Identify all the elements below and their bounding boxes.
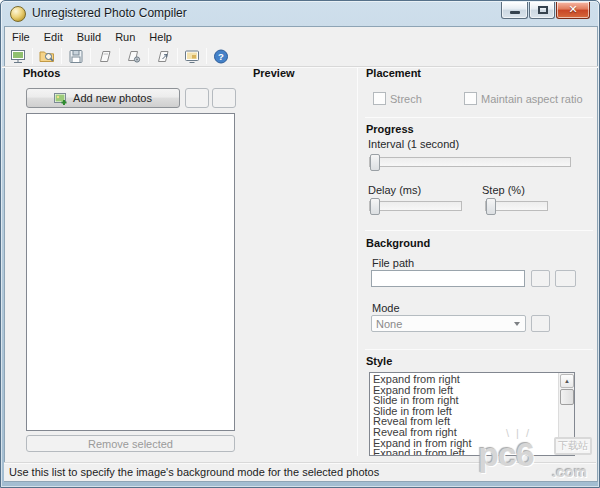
move-up-button[interactable] (185, 88, 209, 108)
toolbar-separator (148, 48, 149, 64)
add-photo-icon (54, 92, 68, 105)
section-divider (365, 230, 593, 231)
style-items: Expand from right Expand from left Slide… (370, 374, 557, 455)
toolbar-divider (2, 66, 598, 68)
open-project-icon[interactable] (35, 46, 59, 66)
delay-slider-thumb[interactable] (370, 198, 380, 215)
style-header: Style (366, 355, 392, 367)
toolbar-separator (206, 48, 207, 64)
clear-path-button[interactable] (555, 270, 576, 287)
background-header: Background (366, 237, 430, 249)
photos-listbox[interactable] (26, 113, 235, 431)
close-icon: ✕ (557, 3, 589, 16)
menu-edit[interactable]: Edit (37, 29, 70, 45)
window-title: Unregistered Photo Compiler (32, 6, 187, 20)
scrollbar-thumb[interactable] (560, 389, 574, 405)
scroll-down-icon[interactable]: ▼ (560, 440, 574, 454)
mode-dropdown[interactable]: None (371, 315, 526, 332)
aspect-ratio-checkbox[interactable] (464, 92, 477, 105)
maximize-button[interactable] (529, 2, 555, 19)
panel-divider (357, 67, 358, 456)
toolbar-separator (177, 48, 178, 64)
mode-label: Mode (372, 302, 400, 314)
list-item[interactable]: Reveal from right (370, 427, 557, 438)
status-text: Use this list to specify the image's bac… (4, 466, 379, 478)
file-path-label: File path (372, 257, 414, 269)
toolbar-separator (32, 48, 33, 64)
delay-label: Delay (ms) (368, 184, 421, 196)
add-photos-button[interactable]: Add new photos (26, 88, 180, 108)
close-button[interactable]: ✕ (556, 2, 590, 19)
title-bar[interactable]: Unregistered Photo Compiler ✕ (1, 1, 599, 26)
toolbar: ? (6, 46, 233, 66)
menu-file[interactable]: File (5, 29, 37, 45)
app-icon (10, 6, 26, 22)
maximize-icon (538, 6, 548, 14)
interval-slider-thumb[interactable] (370, 154, 380, 171)
style-scrollbar[interactable]: ▲ ▼ (558, 373, 574, 455)
remove-selected-button[interactable]: Remove selected (26, 435, 235, 452)
step-slider-thumb[interactable] (486, 198, 496, 215)
run-book-icon[interactable] (151, 46, 175, 66)
new-project-icon[interactable] (6, 46, 30, 66)
save-icon[interactable] (64, 46, 88, 66)
section-divider (365, 117, 593, 118)
scroll-up-icon[interactable]: ▲ (560, 374, 574, 388)
stretch-checkbox[interactable] (373, 92, 386, 105)
menu-help[interactable]: Help (142, 29, 179, 45)
mode-apply-button[interactable] (531, 315, 550, 332)
delay-slider[interactable] (369, 201, 462, 211)
move-down-button[interactable] (212, 88, 236, 108)
photos-header: Photos (23, 67, 60, 79)
style-listbox[interactable]: Expand from right Expand from left Slide… (369, 372, 575, 456)
step-label: Step (%) (482, 184, 525, 196)
build-gear-icon[interactable] (122, 46, 146, 66)
minimize-button[interactable] (501, 2, 528, 19)
status-bar: Use this list to specify the image's bac… (4, 462, 596, 481)
aspect-ratio-label: Maintain aspect ratio (481, 93, 583, 105)
app-window: Unregistered Photo Compiler ✕ File Edit … (0, 0, 600, 488)
screenshot: Unregistered Photo Compiler ✕ File Edit … (0, 0, 600, 488)
list-item[interactable]: Expand from right (370, 374, 557, 385)
help-icon[interactable]: ? (209, 46, 233, 66)
menu-build[interactable]: Build (70, 29, 108, 45)
interval-slider[interactable] (369, 157, 571, 167)
svg-text:?: ? (218, 51, 224, 62)
mode-value: None (376, 318, 402, 330)
menu-bar: File Edit Build Run Help (5, 28, 595, 46)
section-divider (365, 349, 593, 350)
toolbar-separator (119, 48, 120, 64)
stretch-label: Strech (390, 93, 422, 105)
preview-header: Preview (253, 67, 295, 79)
progress-header: Progress (366, 123, 414, 135)
build-page-icon[interactable] (93, 46, 117, 66)
file-path-input[interactable] (371, 270, 525, 287)
browse-button[interactable] (531, 270, 550, 287)
toolbar-separator (90, 48, 91, 64)
minimize-icon (510, 11, 520, 14)
toolbar-separator (61, 48, 62, 64)
add-photos-label: Add new photos (73, 92, 152, 104)
menu-run[interactable]: Run (108, 29, 142, 45)
placement-header: Placement (366, 67, 421, 79)
list-item[interactable]: Expand in from left (370, 448, 557, 455)
interval-label: Interval (1 second) (368, 138, 459, 150)
chevron-down-icon (514, 322, 520, 326)
display-options-icon[interactable] (180, 46, 204, 66)
